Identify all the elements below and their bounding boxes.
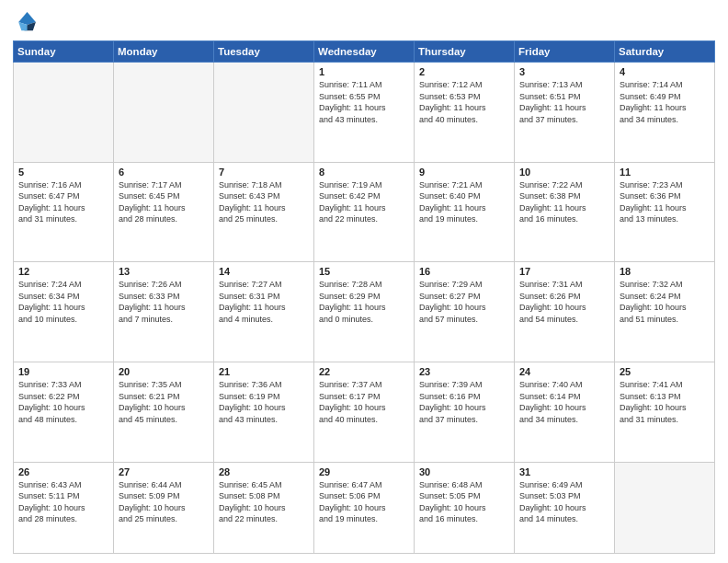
calendar-cell: 24Sunrise: 7:40 AM Sunset: 6:14 PM Dayli… xyxy=(515,362,615,462)
calendar-cell: 25Sunrise: 7:41 AM Sunset: 6:13 PM Dayli… xyxy=(615,362,715,462)
day-number: 20 xyxy=(119,366,209,377)
calendar-cell xyxy=(615,462,715,553)
calendar-cell: 10Sunrise: 7:22 AM Sunset: 6:38 PM Dayli… xyxy=(515,162,615,262)
calendar-cell xyxy=(214,63,314,163)
day-info: Sunrise: 7:32 AM Sunset: 6:24 PM Dayligh… xyxy=(620,279,710,325)
day-info: Sunrise: 6:49 AM Sunset: 5:03 PM Dayligh… xyxy=(519,479,609,525)
day-number: 11 xyxy=(620,167,710,178)
day-number: 18 xyxy=(620,266,710,277)
calendar-cell: 5Sunrise: 7:16 AM Sunset: 6:47 PM Daylig… xyxy=(14,162,114,262)
day-info: Sunrise: 7:21 AM Sunset: 6:40 PM Dayligh… xyxy=(419,179,509,225)
day-info: Sunrise: 7:19 AM Sunset: 6:42 PM Dayligh… xyxy=(319,179,409,225)
day-info: Sunrise: 7:22 AM Sunset: 6:38 PM Dayligh… xyxy=(519,179,609,225)
day-number: 29 xyxy=(319,466,409,477)
day-info: Sunrise: 7:36 AM Sunset: 6:19 PM Dayligh… xyxy=(219,379,309,425)
calendar-cell: 27Sunrise: 6:44 AM Sunset: 5:09 PM Dayli… xyxy=(114,462,214,553)
day-info: Sunrise: 7:40 AM Sunset: 6:14 PM Dayligh… xyxy=(519,379,609,425)
calendar-cell: 15Sunrise: 7:28 AM Sunset: 6:29 PM Dayli… xyxy=(314,262,415,362)
day-number: 6 xyxy=(119,167,209,178)
calendar-cell: 18Sunrise: 7:32 AM Sunset: 6:24 PM Dayli… xyxy=(615,262,715,362)
calendar-cell: 14Sunrise: 7:27 AM Sunset: 6:31 PM Dayli… xyxy=(214,262,314,362)
day-info: Sunrise: 6:44 AM Sunset: 5:09 PM Dayligh… xyxy=(119,479,209,525)
day-info: Sunrise: 7:18 AM Sunset: 6:43 PM Dayligh… xyxy=(219,179,309,225)
day-number: 2 xyxy=(419,66,509,77)
calendar-cell: 13Sunrise: 7:26 AM Sunset: 6:33 PM Dayli… xyxy=(114,262,214,362)
day-number: 13 xyxy=(119,266,209,277)
calendar-week-5: 26Sunrise: 6:43 AM Sunset: 5:11 PM Dayli… xyxy=(14,462,715,553)
day-number: 1 xyxy=(319,66,409,77)
weekday-header-sunday: Sunday xyxy=(14,41,114,63)
calendar-cell: 8Sunrise: 7:19 AM Sunset: 6:42 PM Daylig… xyxy=(314,162,415,262)
calendar-cell: 4Sunrise: 7:14 AM Sunset: 6:49 PM Daylig… xyxy=(615,63,715,163)
day-info: Sunrise: 7:14 AM Sunset: 6:49 PM Dayligh… xyxy=(620,79,710,125)
day-number: 10 xyxy=(519,167,609,178)
day-number: 19 xyxy=(18,366,108,377)
calendar-week-2: 5Sunrise: 7:16 AM Sunset: 6:47 PM Daylig… xyxy=(14,162,715,262)
calendar-cell: 31Sunrise: 6:49 AM Sunset: 5:03 PM Dayli… xyxy=(515,462,615,553)
calendar-cell: 3Sunrise: 7:13 AM Sunset: 6:51 PM Daylig… xyxy=(515,63,615,163)
day-info: Sunrise: 7:12 AM Sunset: 6:53 PM Dayligh… xyxy=(419,79,509,125)
day-number: 31 xyxy=(519,466,609,477)
day-number: 24 xyxy=(519,366,609,377)
calendar-cell: 20Sunrise: 7:35 AM Sunset: 6:21 PM Dayli… xyxy=(114,362,214,462)
day-info: Sunrise: 7:33 AM Sunset: 6:22 PM Dayligh… xyxy=(18,379,108,425)
day-number: 16 xyxy=(419,266,509,277)
logo-icon xyxy=(13,9,39,35)
calendar-cell: 28Sunrise: 6:45 AM Sunset: 5:08 PM Dayli… xyxy=(214,462,314,553)
day-number: 26 xyxy=(18,466,108,477)
calendar-cell: 23Sunrise: 7:39 AM Sunset: 6:16 PM Dayli… xyxy=(415,362,515,462)
day-number: 14 xyxy=(219,266,309,277)
day-info: Sunrise: 7:28 AM Sunset: 6:29 PM Dayligh… xyxy=(319,279,409,325)
day-info: Sunrise: 7:35 AM Sunset: 6:21 PM Dayligh… xyxy=(119,379,209,425)
calendar-cell: 9Sunrise: 7:21 AM Sunset: 6:40 PM Daylig… xyxy=(415,162,515,262)
day-info: Sunrise: 7:41 AM Sunset: 6:13 PM Dayligh… xyxy=(620,379,710,425)
weekday-header-friday: Friday xyxy=(515,41,615,63)
day-info: Sunrise: 7:11 AM Sunset: 6:55 PM Dayligh… xyxy=(319,79,409,125)
day-number: 8 xyxy=(319,167,409,178)
weekday-header-row: SundayMondayTuesdayWednesdayThursdayFrid… xyxy=(14,41,715,63)
day-number: 23 xyxy=(419,366,509,377)
calendar-week-4: 19Sunrise: 7:33 AM Sunset: 6:22 PM Dayli… xyxy=(14,362,715,462)
day-info: Sunrise: 7:37 AM Sunset: 6:17 PM Dayligh… xyxy=(319,379,409,425)
weekday-header-monday: Monday xyxy=(114,41,214,63)
day-number: 5 xyxy=(18,167,108,178)
header xyxy=(13,9,715,35)
calendar-cell: 17Sunrise: 7:31 AM Sunset: 6:26 PM Dayli… xyxy=(515,262,615,362)
calendar-cell: 30Sunrise: 6:48 AM Sunset: 5:05 PM Dayli… xyxy=(415,462,515,553)
day-info: Sunrise: 7:27 AM Sunset: 6:31 PM Dayligh… xyxy=(219,279,309,325)
day-number: 25 xyxy=(620,366,710,377)
calendar-cell: 2Sunrise: 7:12 AM Sunset: 6:53 PM Daylig… xyxy=(415,63,515,163)
day-number: 21 xyxy=(219,366,309,377)
day-info: Sunrise: 6:47 AM Sunset: 5:06 PM Dayligh… xyxy=(319,479,409,525)
page: SundayMondayTuesdayWednesdayThursdayFrid… xyxy=(0,0,728,563)
logo xyxy=(13,9,42,35)
day-info: Sunrise: 7:13 AM Sunset: 6:51 PM Dayligh… xyxy=(519,79,609,125)
weekday-header-tuesday: Tuesday xyxy=(214,41,314,63)
calendar-table: SundayMondayTuesdayWednesdayThursdayFrid… xyxy=(13,40,715,554)
day-info: Sunrise: 7:23 AM Sunset: 6:36 PM Dayligh… xyxy=(620,179,710,225)
calendar-cell xyxy=(114,63,214,163)
day-number: 27 xyxy=(119,466,209,477)
day-info: Sunrise: 7:39 AM Sunset: 6:16 PM Dayligh… xyxy=(419,379,509,425)
day-number: 28 xyxy=(219,466,309,477)
calendar-week-3: 12Sunrise: 7:24 AM Sunset: 6:34 PM Dayli… xyxy=(14,262,715,362)
day-info: Sunrise: 6:45 AM Sunset: 5:08 PM Dayligh… xyxy=(219,479,309,525)
day-info: Sunrise: 7:31 AM Sunset: 6:26 PM Dayligh… xyxy=(519,279,609,325)
calendar-cell: 16Sunrise: 7:29 AM Sunset: 6:27 PM Dayli… xyxy=(415,262,515,362)
day-number: 4 xyxy=(620,66,710,77)
day-info: Sunrise: 7:26 AM Sunset: 6:33 PM Dayligh… xyxy=(119,279,209,325)
day-number: 30 xyxy=(419,466,509,477)
day-number: 17 xyxy=(519,266,609,277)
day-number: 12 xyxy=(18,266,108,277)
calendar-cell: 22Sunrise: 7:37 AM Sunset: 6:17 PM Dayli… xyxy=(314,362,415,462)
weekday-header-thursday: Thursday xyxy=(415,41,515,63)
day-info: Sunrise: 7:16 AM Sunset: 6:47 PM Dayligh… xyxy=(18,179,108,225)
day-info: Sunrise: 7:29 AM Sunset: 6:27 PM Dayligh… xyxy=(419,279,509,325)
calendar-cell: 19Sunrise: 7:33 AM Sunset: 6:22 PM Dayli… xyxy=(14,362,114,462)
calendar-cell xyxy=(14,63,114,163)
day-info: Sunrise: 6:48 AM Sunset: 5:05 PM Dayligh… xyxy=(419,479,509,525)
day-number: 9 xyxy=(419,167,509,178)
calendar-cell: 21Sunrise: 7:36 AM Sunset: 6:19 PM Dayli… xyxy=(214,362,314,462)
day-info: Sunrise: 7:17 AM Sunset: 6:45 PM Dayligh… xyxy=(119,179,209,225)
calendar-week-1: 1Sunrise: 7:11 AM Sunset: 6:55 PM Daylig… xyxy=(14,63,715,163)
